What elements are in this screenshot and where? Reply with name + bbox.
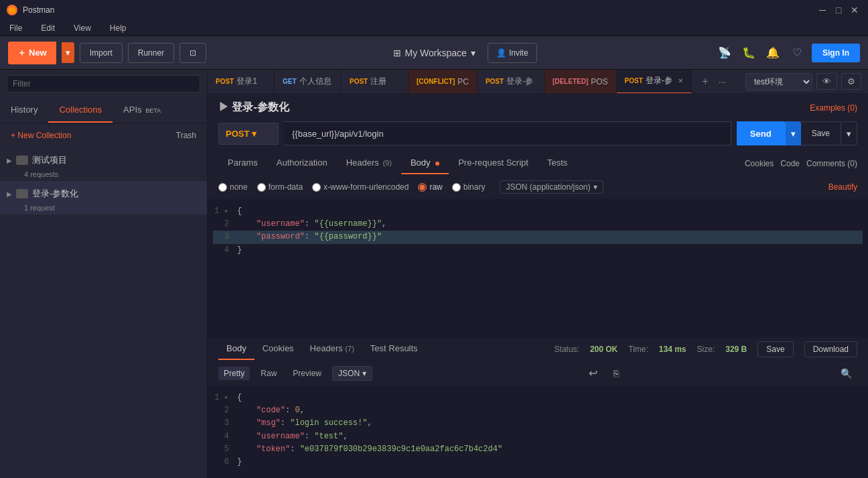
code-link[interactable]: Code (780, 159, 800, 168)
method-label-0: POST (216, 78, 234, 85)
beautify-button[interactable]: Beautify (828, 182, 857, 192)
preview-button[interactable]: Preview (287, 367, 327, 380)
user-icon: 👤 (496, 48, 506, 58)
code-line-3: 3 "password": "{{password}}" (213, 231, 863, 243)
response-tab-headers[interactable]: Headers (7) (302, 338, 362, 360)
invite-button[interactable]: 👤 Invite (488, 43, 537, 63)
response-tab-cookies[interactable]: Cookies (255, 338, 302, 360)
new-button[interactable]: ＋ New (8, 42, 56, 64)
time-label: Time: (628, 345, 648, 354)
tab-collections[interactable]: Collections (48, 98, 113, 123)
tab-label-6: 登录-参 (646, 75, 672, 86)
req-tab-params[interactable]: Params (218, 152, 267, 174)
menu-edit[interactable]: Edit (37, 22, 59, 34)
maximize-button[interactable]: □ (832, 3, 845, 17)
search-response-button[interactable]: 🔍 (835, 366, 857, 381)
tab-3[interactable]: [CONFLICT] PC (409, 70, 478, 94)
response-tab-body[interactable]: Body (218, 338, 255, 360)
url-input[interactable] (284, 121, 731, 145)
workspace-selector[interactable]: ⊞ My Workspace ▾ (385, 44, 484, 62)
capture-button[interactable]: ⊡ (179, 43, 206, 63)
json-select[interactable]: JSON ▾ (332, 366, 372, 381)
req-tab-headers[interactable]: Headers (9) (337, 152, 401, 174)
add-tab-button[interactable]: ＋ (697, 72, 713, 91)
cookies-link[interactable]: Cookies (745, 159, 774, 168)
save-dropdown-button[interactable]: ▾ (841, 121, 857, 145)
import-button[interactable]: Import (80, 43, 123, 63)
notification-icon[interactable]: 🔔 (764, 44, 782, 62)
comments-link[interactable]: Comments (0) (806, 159, 857, 168)
resp-line-2: 2 "code": 0, (213, 404, 863, 417)
minimize-button[interactable]: ─ (816, 3, 829, 17)
new-collection-button[interactable]: + New Collection (7, 129, 75, 142)
send-save-group: Send ▾ Save ▾ (737, 121, 857, 145)
sidebar-tabs: History Collections APIs BETA (0, 98, 207, 123)
resp-line-5: 5 "token": "e037879f030b29e3839c9c1e0aa2… (213, 443, 863, 456)
tab-2[interactable]: POST 注册 (342, 70, 409, 94)
resp-line-3: 3 "msg": "login success!", (213, 417, 863, 430)
examples-button[interactable]: Examples (0) (810, 103, 857, 113)
save-button[interactable]: Save (801, 121, 841, 145)
tab-apis[interactable]: APIs BETA (113, 98, 171, 123)
sidebar-list: ▶ 测试项目 4 requests ▶ 登录-参数化 1 request (0, 147, 207, 478)
request-title-bar: ▶ 登录-参数化 Examples (0) (218, 101, 857, 115)
signin-button[interactable]: Sign In (812, 44, 860, 62)
raw-button[interactable]: Raw (255, 367, 282, 380)
env-settings-button[interactable]: ⚙ (841, 73, 861, 90)
json-format-selector[interactable]: JSON (application/json) ▾ (500, 180, 603, 194)
collection-group-header-1[interactable]: ▶ 登录-参数化 (0, 184, 207, 204)
heart-icon[interactable]: ♡ (788, 44, 806, 62)
menu-file[interactable]: File (5, 22, 26, 34)
tab-6[interactable]: POST 登录-参 ✕ (617, 70, 692, 94)
time-value: 134 ms (659, 345, 686, 354)
env-select[interactable]: test环境 dev环境 prod环境 (745, 73, 812, 91)
resp-line-6: 6 } (213, 456, 863, 469)
bug-icon[interactable]: 🐛 (739, 44, 758, 62)
tab-label-0: 登录1 (236, 76, 257, 87)
req-tab-body[interactable]: Body (401, 152, 449, 174)
response-tab-testresults[interactable]: Test Results (362, 338, 426, 360)
env-eye-button[interactable]: 👁 (816, 73, 837, 90)
tab-5[interactable]: [DELETED] POS (545, 70, 617, 94)
search-input[interactable] (7, 75, 200, 93)
wrap-button[interactable]: ↩ (583, 365, 603, 381)
send-dropdown-button[interactable]: ▾ (785, 121, 801, 145)
new-dropdown-button[interactable]: ▾ (62, 42, 74, 63)
title-bar: 🟠 Postman ─ □ ✕ (0, 0, 868, 20)
body-option-formdata[interactable]: form-data (257, 182, 303, 192)
collection-group-header-0[interactable]: ▶ 测试项目 (0, 150, 207, 170)
method-select[interactable]: POST ▾ (218, 123, 279, 145)
body-active-dot (435, 162, 439, 166)
body-option-raw[interactable]: raw (418, 182, 442, 192)
tab-history[interactable]: History (0, 98, 48, 123)
more-tabs-button[interactable]: ··· (716, 74, 729, 90)
copy-response-button[interactable]: ⎘ (608, 366, 624, 381)
app-title: Postman (23, 5, 54, 15)
response-tabs-bar: Body Cookies Headers (7) Test Results St… (208, 338, 868, 361)
request-body-editor[interactable]: 1 ▸ { 2 "username": "{{username}}", 3 "p… (208, 200, 868, 337)
save-response-button[interactable]: Save (757, 341, 793, 357)
satellite-icon[interactable]: 📡 (715, 44, 734, 62)
tab-0[interactable]: POST 登录1 (208, 70, 275, 94)
tab-1[interactable]: GET 个人信息 (275, 70, 342, 94)
tabs-bar: POST 登录1 GET 个人信息 POST 注册 [CONFLICT] PC … (208, 70, 868, 94)
tab-label-1: 个人信息 (299, 76, 332, 87)
runner-button[interactable]: Runner (128, 43, 174, 63)
body-option-none[interactable]: none (218, 182, 248, 192)
pretty-button[interactable]: Pretty (218, 367, 250, 380)
req-tab-tests[interactable]: Tests (538, 152, 577, 174)
req-tab-prerequest[interactable]: Pre-request Script (449, 152, 538, 174)
send-button[interactable]: Send (737, 121, 785, 145)
menu-help[interactable]: Help (106, 22, 131, 34)
download-button[interactable]: Download (804, 341, 857, 357)
body-option-binary[interactable]: binary (452, 182, 486, 192)
tab-4[interactable]: POST 登录-参 (478, 70, 545, 94)
size-label: Size: (697, 345, 715, 354)
tab-label-4: 登录-参 (506, 76, 533, 87)
req-tab-auth[interactable]: Authorization (267, 152, 337, 174)
body-option-urlencoded[interactable]: x-www-form-urlencoded (312, 182, 409, 192)
trash-button[interactable]: Trash (172, 129, 200, 142)
close-button[interactable]: ✕ (848, 3, 861, 17)
menu-view[interactable]: View (70, 22, 95, 34)
tab-close-icon-6[interactable]: ✕ (678, 77, 683, 84)
